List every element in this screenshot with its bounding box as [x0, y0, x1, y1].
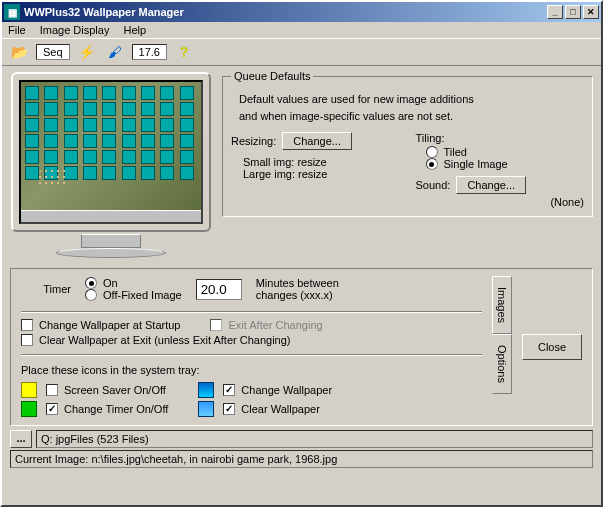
queue-browse-button[interactable]: ... [10, 430, 32, 448]
preview-monitor [8, 72, 214, 258]
clear-exit-check[interactable] [21, 334, 33, 346]
timer-tray-icon [21, 401, 37, 417]
brush-icon[interactable]: 🖌 [104, 41, 126, 63]
interval-value: 17.6 [132, 44, 167, 60]
queue-defaults-title: Queue Defaults [231, 70, 313, 82]
single-image-label: Single Image [444, 158, 508, 170]
sound-change-button[interactable]: Change... [456, 176, 526, 194]
sequence-label[interactable]: Seq [36, 44, 70, 60]
maximize-button[interactable]: □ [565, 5, 581, 19]
sound-value: (None) [416, 196, 585, 208]
queue-defaults-group: Queue Defaults Default values are used f… [222, 76, 593, 217]
screensaver-label: Screen Saver On/Off [64, 384, 166, 396]
menubar: File Image Display Help [2, 22, 601, 38]
tiled-radio[interactable] [426, 146, 438, 158]
open-folder-icon[interactable]: 📂 [8, 41, 30, 63]
menu-file[interactable]: File [8, 24, 26, 36]
clear-wall-tray-icon [198, 401, 214, 417]
change-wall-label: Change Wallpaper [241, 384, 332, 396]
large-img-label: Large img: resize [243, 168, 400, 180]
change-timer-label: Change Timer On/Off [64, 403, 168, 415]
app-icon: ▦ [4, 4, 20, 20]
wallpaper-preview[interactable] [19, 80, 203, 224]
timer-off-label: Off-Fixed Image [103, 289, 182, 301]
timer-label: Timer [21, 283, 71, 295]
lightning-icon[interactable]: ⚡ [76, 41, 98, 63]
clear-wall-label: Clear Wallpaper [241, 403, 319, 415]
tray-title: Place these icons in the system tray: [21, 364, 482, 376]
screensaver-tray-icon [21, 382, 37, 398]
minutes-label1: Minutes between [256, 277, 339, 289]
menu-image-display[interactable]: Image Display [40, 24, 110, 36]
current-image-status: Current Image: n:\files.jpg\cheetah, in … [10, 450, 593, 468]
resizing-change-button[interactable]: Change... [282, 132, 352, 150]
qd-desc1: Default values are used for new image ad… [239, 91, 584, 108]
change-startup-label: Change Wallpaper at Startup [39, 319, 180, 331]
small-img-label: Small img: resize [243, 156, 400, 168]
exit-after-check [210, 319, 222, 331]
resizing-label: Resizing: [231, 135, 276, 147]
help-icon[interactable]: ? [173, 41, 195, 63]
screensaver-check[interactable] [46, 384, 58, 396]
close-button[interactable]: ✕ [583, 5, 599, 19]
change-wall-tray-icon [198, 382, 214, 398]
close-panel-button[interactable]: Close [522, 334, 582, 360]
change-wall-check[interactable] [223, 384, 235, 396]
change-startup-check[interactable] [21, 319, 33, 331]
minutes-label2: changes (xxx.x) [256, 289, 339, 301]
timer-on-radio[interactable] [85, 277, 97, 289]
tab-options[interactable]: Options [492, 334, 512, 394]
window-title: WWPlus32 Wallpaper Manager [24, 6, 184, 18]
sound-label: Sound: [416, 179, 451, 191]
tab-images[interactable]: Images [492, 276, 512, 334]
exit-after-label: Exit After Changing [228, 319, 322, 331]
qd-desc2: and when image-specific values are not s… [239, 108, 584, 125]
clear-exit-label: Clear Wallpaper at Exit (unless Exit Aft… [39, 334, 290, 346]
titlebar: ▦ WWPlus32 Wallpaper Manager _ □ ✕ [2, 2, 601, 22]
single-image-radio[interactable] [426, 158, 438, 170]
clear-wall-check[interactable] [223, 403, 235, 415]
menu-help[interactable]: Help [123, 24, 146, 36]
timer-on-label: On [103, 277, 118, 289]
toolbar: 📂 Seq ⚡ 🖌 17.6 ? [2, 38, 601, 66]
timer-value-input[interactable] [196, 279, 242, 300]
timer-off-radio[interactable] [85, 289, 97, 301]
queue-status: Q: jpgFiles (523 Files) [36, 430, 593, 448]
change-timer-check[interactable] [46, 403, 58, 415]
tiled-label: Tiled [444, 146, 467, 158]
tiling-label: Tiling: [416, 132, 585, 144]
minimize-button[interactable]: _ [547, 5, 563, 19]
